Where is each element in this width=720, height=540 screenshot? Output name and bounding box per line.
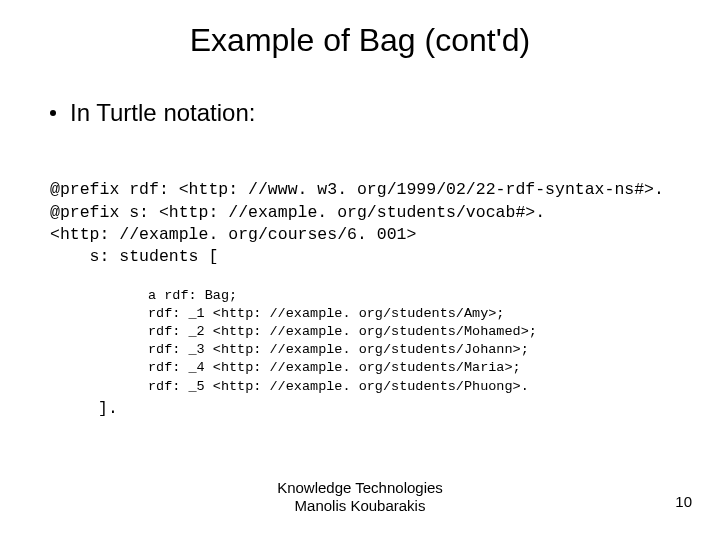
code-block: @prefix rdf: <http: //www. w3. org/1999/…	[50, 157, 720, 268]
code-line: rdf: _5 <http: //example. org/students/P…	[148, 379, 529, 394]
slide-title: Example of Bag (cont'd)	[0, 22, 720, 59]
page-number: 10	[675, 493, 692, 510]
footer-line: Manolis Koubarakis	[0, 497, 720, 516]
code-close: ].	[98, 398, 720, 420]
bullet-text: In Turtle notation:	[70, 99, 255, 127]
code-line: rdf: _1 <http: //example. org/students/A…	[148, 306, 504, 321]
code-line: rdf: _2 <http: //example. org/students/M…	[148, 324, 537, 339]
code-sub-block: a rdf: Bag; rdf: _1 <http: //example. or…	[148, 268, 720, 396]
code-line: @prefix s: <http: //example. org/student…	[50, 203, 545, 222]
code-line: rdf: _3 <http: //example. org/students/J…	[148, 342, 529, 357]
bullet-dot-icon	[50, 110, 56, 116]
footer: Knowledge Technologies Manolis Koubaraki…	[0, 479, 720, 517]
footer-line: Knowledge Technologies	[0, 479, 720, 498]
code-line: rdf: _4 <http: //example. org/students/M…	[148, 360, 521, 375]
bullet-item: In Turtle notation:	[50, 99, 720, 127]
code-line: <http: //example. org/courses/6. 001>	[50, 225, 416, 244]
code-line: s: students [	[50, 247, 218, 266]
code-line: a rdf: Bag;	[148, 288, 237, 303]
code-line: @prefix rdf: <http: //www. w3. org/1999/…	[50, 180, 664, 199]
